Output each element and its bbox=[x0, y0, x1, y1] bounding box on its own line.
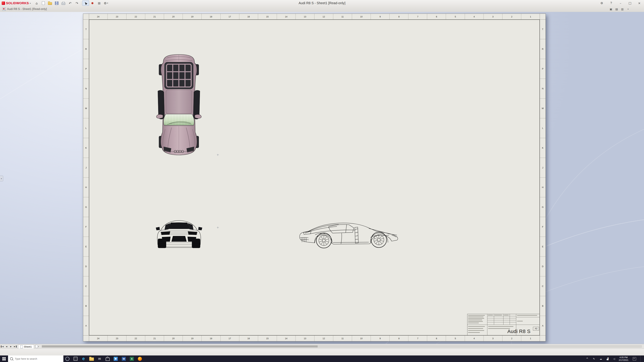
title-block-line bbox=[487, 322, 516, 322]
redo-button[interactable]: ↷ bbox=[74, 0, 80, 6]
taskbar-app-store[interactable] bbox=[104, 356, 112, 362]
taskbar-app-edge[interactable]: e bbox=[80, 356, 88, 362]
record-macro-button[interactable] bbox=[89, 0, 96, 6]
select-tool-button[interactable] bbox=[82, 0, 89, 6]
zone-column-label: 6 bbox=[427, 14, 446, 19]
gear-icon: ⚙ bbox=[104, 1, 107, 5]
title-block-part-name: Audi R8 S bbox=[507, 329, 530, 334]
taskbar-app-browser[interactable] bbox=[136, 356, 144, 362]
zone-row-label: C bbox=[83, 276, 89, 296]
zone-column-label: 3 bbox=[484, 336, 502, 341]
zone-row-label: E bbox=[83, 237, 89, 257]
title-block-line bbox=[516, 317, 540, 317]
view-grid-button[interactable]: ▥ bbox=[620, 7, 625, 11]
minimize-button[interactable]: – bbox=[616, 0, 625, 6]
zone-row-label: N bbox=[540, 79, 546, 98]
store-icon bbox=[106, 358, 110, 361]
print-button[interactable] bbox=[60, 0, 67, 6]
sheet-format-button[interactable]: ⊞ bbox=[96, 0, 102, 6]
zone-row-label: F bbox=[83, 217, 89, 237]
sheet-page-icon bbox=[20, 345, 23, 348]
taskbar-app-mail[interactable]: ✉ bbox=[96, 356, 104, 362]
view-shaded-button[interactable]: ▣ bbox=[608, 7, 614, 11]
sheet-corner bbox=[83, 335, 89, 341]
tray-cloud-icon[interactable]: ☁ bbox=[599, 357, 603, 360]
action-center-button[interactable] bbox=[631, 356, 638, 362]
zone-row-label: G bbox=[540, 197, 546, 217]
car-top-view-drawing[interactable] bbox=[156, 53, 202, 156]
zone-column-label: 14 bbox=[277, 336, 296, 341]
document-window-bar: Audi R8 S - Sheet1 [Read-only] ▣ ▤ ▥ ▾ bbox=[0, 6, 644, 12]
zone-column-label: 9 bbox=[371, 14, 390, 19]
quick-access-toolbar: ⌂ ↶ ↷ ⊞ ⚙▾ bbox=[33, 0, 109, 6]
zone-row-label: H bbox=[83, 178, 89, 197]
tray-speaker-icon[interactable]: ◁ bbox=[612, 357, 616, 360]
taskbar-app-excel[interactable]: X bbox=[128, 356, 136, 362]
show-desktop-button[interactable] bbox=[640, 356, 642, 362]
zone-row-label: J bbox=[540, 158, 546, 178]
taskbar-app-file-explorer[interactable] bbox=[88, 356, 96, 362]
view-lines-button[interactable]: ▤ bbox=[614, 7, 620, 11]
sheet-tab-sheet1[interactable]: Sheet1 bbox=[18, 345, 34, 349]
view-options-button[interactable]: ▾ bbox=[625, 7, 631, 11]
graphics-area[interactable]: ▸ 24232221201918171615141312111098765432… bbox=[0, 12, 644, 344]
start-button[interactable] bbox=[0, 356, 8, 362]
clock-time: 4:05 PM bbox=[620, 356, 628, 359]
view-shaded-icon: ▣ bbox=[610, 7, 612, 11]
new-document-button[interactable] bbox=[40, 0, 46, 6]
gear-icon: ⚙ bbox=[600, 1, 603, 5]
zone-row-label: K bbox=[83, 138, 89, 158]
panel-collapse-tab[interactable]: ▸ bbox=[0, 176, 3, 181]
zone-column-label: 11 bbox=[333, 336, 352, 341]
title-block-line bbox=[487, 316, 516, 316]
sheet-drawing-area[interactable]: Audi R8 S A3 bbox=[89, 19, 540, 336]
search-input[interactable] bbox=[14, 357, 62, 360]
tray-chevron-up-icon[interactable]: ^ bbox=[585, 357, 589, 361]
zone-column-label: 15 bbox=[258, 336, 277, 341]
maximize-button[interactable]: □ bbox=[625, 0, 634, 6]
zone-row-label: D bbox=[83, 257, 89, 276]
options-button[interactable]: ⚙▾ bbox=[102, 0, 109, 6]
undo-button[interactable]: ↶ bbox=[67, 0, 74, 6]
record-dot-icon bbox=[92, 2, 94, 4]
zone-row-label: A bbox=[83, 316, 89, 336]
first-sheet-button[interactable]: ▌◀ bbox=[0, 345, 4, 348]
zone-column-label: 2 bbox=[502, 336, 521, 341]
table-grid-icon: ⊞ bbox=[98, 1, 100, 5]
car-front-view-drawing[interactable] bbox=[156, 217, 202, 249]
options-gear-button[interactable]: ⚙ bbox=[597, 0, 606, 6]
windows-taskbar: e ✉ W X ^ ✎ ☁ ▟ ◁ 4:05 PM 2/17/2021 bbox=[0, 356, 644, 362]
sheet-tab-label: Sheet1 bbox=[24, 345, 32, 348]
next-sheet-button[interactable]: ▶ bbox=[9, 345, 13, 348]
scrollbar-thumb[interactable] bbox=[42, 346, 318, 348]
cortana-button[interactable] bbox=[64, 356, 72, 362]
add-sheet-button[interactable]: ▸ bbox=[34, 345, 40, 348]
mail-icon: ✉ bbox=[98, 357, 101, 361]
horizontal-scrollbar[interactable] bbox=[42, 345, 642, 348]
taskbar-search[interactable] bbox=[8, 356, 64, 362]
task-view-button[interactable] bbox=[72, 356, 80, 362]
zone-column-label: 5 bbox=[446, 336, 465, 341]
tray-pen-icon[interactable]: ✎ bbox=[592, 357, 596, 360]
save-button[interactable] bbox=[53, 0, 60, 6]
drawing-sheet[interactable]: 242322212019181716151413121110987654321 … bbox=[83, 13, 546, 341]
zone-column-label: 8 bbox=[390, 336, 408, 341]
taskbar-clock[interactable]: 4:05 PM 2/17/2021 bbox=[619, 356, 628, 362]
zone-column-label: 16 bbox=[239, 14, 258, 19]
tray-network-icon[interactable]: ▟ bbox=[606, 357, 610, 360]
help-button[interactable]: ? bbox=[606, 0, 616, 6]
window-title: Audi R8 S - Sheet1 [Read-only] bbox=[298, 1, 345, 5]
save-icon bbox=[55, 1, 58, 5]
open-button[interactable] bbox=[46, 0, 53, 6]
taskbar-app-word[interactable]: W bbox=[120, 356, 128, 362]
zone-ruler-left: TRPNMLKJHGFEDCBA bbox=[83, 19, 89, 336]
home-button[interactable]: ⌂ bbox=[33, 0, 40, 6]
car-side-view-drawing[interactable] bbox=[298, 218, 399, 251]
zone-row-label: T bbox=[540, 19, 546, 39]
taskbar-app-photos[interactable] bbox=[112, 356, 120, 362]
menu-expand-icon[interactable]: ▸ bbox=[30, 2, 31, 4]
zone-row-label: M bbox=[540, 98, 546, 118]
previous-sheet-button[interactable]: ◀ bbox=[4, 345, 9, 348]
last-sheet-button[interactable]: ▶▐ bbox=[13, 345, 18, 348]
close-button[interactable]: × bbox=[634, 0, 644, 6]
